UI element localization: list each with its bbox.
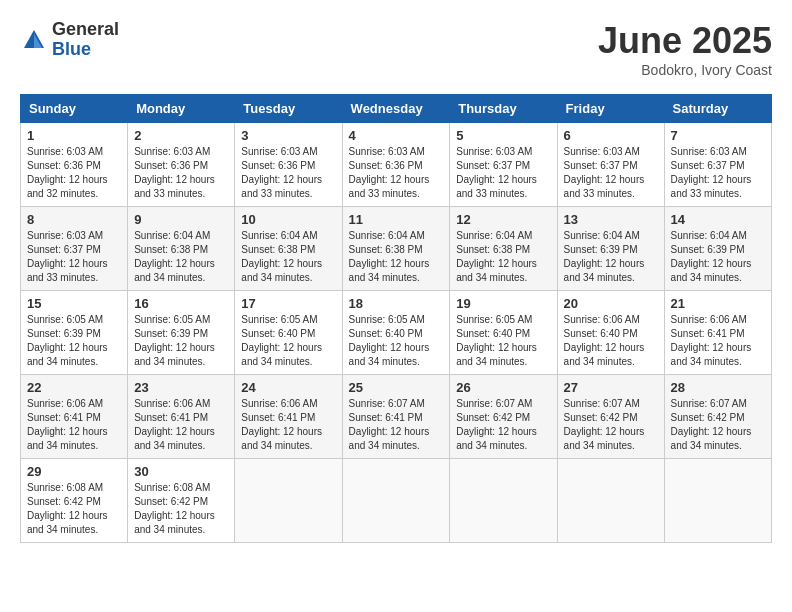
calendar-cell: 4 Sunrise: 6:03 AMSunset: 6:36 PMDayligh… — [342, 123, 450, 207]
calendar-cell: 13 Sunrise: 6:04 AMSunset: 6:39 PMDaylig… — [557, 207, 664, 291]
day-number: 21 — [671, 296, 765, 311]
day-number: 24 — [241, 380, 335, 395]
day-number: 2 — [134, 128, 228, 143]
calendar-cell: 24 Sunrise: 6:06 AMSunset: 6:41 PMDaylig… — [235, 375, 342, 459]
day-number: 27 — [564, 380, 658, 395]
day-info: Sunrise: 6:05 AMSunset: 6:40 PMDaylight:… — [456, 314, 537, 367]
calendar-cell: 7 Sunrise: 6:03 AMSunset: 6:37 PMDayligh… — [664, 123, 771, 207]
weekday-header-row: SundayMondayTuesdayWednesdayThursdayFrid… — [21, 95, 772, 123]
weekday-header: Sunday — [21, 95, 128, 123]
day-number: 10 — [241, 212, 335, 227]
day-number: 18 — [349, 296, 444, 311]
calendar-cell: 14 Sunrise: 6:04 AMSunset: 6:39 PMDaylig… — [664, 207, 771, 291]
weekday-header: Monday — [128, 95, 235, 123]
day-number: 28 — [671, 380, 765, 395]
calendar-cell — [557, 459, 664, 543]
day-info: Sunrise: 6:04 AMSunset: 6:38 PMDaylight:… — [241, 230, 322, 283]
weekday-header: Friday — [557, 95, 664, 123]
day-number: 19 — [456, 296, 550, 311]
calendar-cell: 3 Sunrise: 6:03 AMSunset: 6:36 PMDayligh… — [235, 123, 342, 207]
calendar-cell: 8 Sunrise: 6:03 AMSunset: 6:37 PMDayligh… — [21, 207, 128, 291]
day-number: 6 — [564, 128, 658, 143]
day-number: 5 — [456, 128, 550, 143]
day-number: 9 — [134, 212, 228, 227]
calendar-cell — [342, 459, 450, 543]
weekday-header: Saturday — [664, 95, 771, 123]
day-number: 12 — [456, 212, 550, 227]
day-number: 14 — [671, 212, 765, 227]
calendar-week-row: 22 Sunrise: 6:06 AMSunset: 6:41 PMDaylig… — [21, 375, 772, 459]
calendar-cell: 28 Sunrise: 6:07 AMSunset: 6:42 PMDaylig… — [664, 375, 771, 459]
calendar-cell: 5 Sunrise: 6:03 AMSunset: 6:37 PMDayligh… — [450, 123, 557, 207]
day-info: Sunrise: 6:06 AMSunset: 6:41 PMDaylight:… — [671, 314, 752, 367]
day-number: 17 — [241, 296, 335, 311]
day-info: Sunrise: 6:06 AMSunset: 6:40 PMDaylight:… — [564, 314, 645, 367]
day-number: 20 — [564, 296, 658, 311]
day-info: Sunrise: 6:03 AMSunset: 6:37 PMDaylight:… — [564, 146, 645, 199]
day-info: Sunrise: 6:03 AMSunset: 6:37 PMDaylight:… — [456, 146, 537, 199]
calendar-cell: 20 Sunrise: 6:06 AMSunset: 6:40 PMDaylig… — [557, 291, 664, 375]
calendar-cell: 17 Sunrise: 6:05 AMSunset: 6:40 PMDaylig… — [235, 291, 342, 375]
page-header: General Blue June 2025 Bodokro, Ivory Co… — [20, 20, 772, 78]
calendar-cell: 16 Sunrise: 6:05 AMSunset: 6:39 PMDaylig… — [128, 291, 235, 375]
calendar-cell: 21 Sunrise: 6:06 AMSunset: 6:41 PMDaylig… — [664, 291, 771, 375]
day-info: Sunrise: 6:03 AMSunset: 6:36 PMDaylight:… — [349, 146, 430, 199]
day-info: Sunrise: 6:07 AMSunset: 6:42 PMDaylight:… — [456, 398, 537, 451]
day-info: Sunrise: 6:07 AMSunset: 6:41 PMDaylight:… — [349, 398, 430, 451]
day-number: 7 — [671, 128, 765, 143]
day-number: 15 — [27, 296, 121, 311]
day-info: Sunrise: 6:05 AMSunset: 6:40 PMDaylight:… — [241, 314, 322, 367]
logo-blue: Blue — [52, 39, 91, 59]
calendar-cell: 19 Sunrise: 6:05 AMSunset: 6:40 PMDaylig… — [450, 291, 557, 375]
day-number: 1 — [27, 128, 121, 143]
day-number: 8 — [27, 212, 121, 227]
calendar-cell: 25 Sunrise: 6:07 AMSunset: 6:41 PMDaylig… — [342, 375, 450, 459]
day-info: Sunrise: 6:03 AMSunset: 6:36 PMDaylight:… — [27, 146, 108, 199]
day-number: 3 — [241, 128, 335, 143]
weekday-header: Thursday — [450, 95, 557, 123]
title-area: June 2025 Bodokro, Ivory Coast — [598, 20, 772, 78]
month-title: June 2025 — [598, 20, 772, 62]
day-number: 25 — [349, 380, 444, 395]
day-info: Sunrise: 6:04 AMSunset: 6:39 PMDaylight:… — [671, 230, 752, 283]
day-number: 23 — [134, 380, 228, 395]
calendar-cell: 30 Sunrise: 6:08 AMSunset: 6:42 PMDaylig… — [128, 459, 235, 543]
calendar-week-row: 29 Sunrise: 6:08 AMSunset: 6:42 PMDaylig… — [21, 459, 772, 543]
day-info: Sunrise: 6:03 AMSunset: 6:37 PMDaylight:… — [671, 146, 752, 199]
calendar-cell: 29 Sunrise: 6:08 AMSunset: 6:42 PMDaylig… — [21, 459, 128, 543]
logo-icon — [20, 26, 48, 54]
calendar-week-row: 1 Sunrise: 6:03 AMSunset: 6:36 PMDayligh… — [21, 123, 772, 207]
calendar-cell: 1 Sunrise: 6:03 AMSunset: 6:36 PMDayligh… — [21, 123, 128, 207]
calendar-week-row: 15 Sunrise: 6:05 AMSunset: 6:39 PMDaylig… — [21, 291, 772, 375]
day-info: Sunrise: 6:04 AMSunset: 6:38 PMDaylight:… — [349, 230, 430, 283]
location: Bodokro, Ivory Coast — [598, 62, 772, 78]
calendar-cell: 23 Sunrise: 6:06 AMSunset: 6:41 PMDaylig… — [128, 375, 235, 459]
day-info: Sunrise: 6:03 AMSunset: 6:36 PMDaylight:… — [134, 146, 215, 199]
day-info: Sunrise: 6:07 AMSunset: 6:42 PMDaylight:… — [671, 398, 752, 451]
calendar-cell: 6 Sunrise: 6:03 AMSunset: 6:37 PMDayligh… — [557, 123, 664, 207]
day-number: 16 — [134, 296, 228, 311]
day-info: Sunrise: 6:05 AMSunset: 6:39 PMDaylight:… — [134, 314, 215, 367]
logo: General Blue — [20, 20, 119, 60]
day-info: Sunrise: 6:03 AMSunset: 6:36 PMDaylight:… — [241, 146, 322, 199]
day-number: 4 — [349, 128, 444, 143]
calendar-cell: 18 Sunrise: 6:05 AMSunset: 6:40 PMDaylig… — [342, 291, 450, 375]
day-number: 22 — [27, 380, 121, 395]
day-info: Sunrise: 6:07 AMSunset: 6:42 PMDaylight:… — [564, 398, 645, 451]
day-info: Sunrise: 6:04 AMSunset: 6:38 PMDaylight:… — [134, 230, 215, 283]
calendar-cell — [450, 459, 557, 543]
day-number: 29 — [27, 464, 121, 479]
calendar-week-row: 8 Sunrise: 6:03 AMSunset: 6:37 PMDayligh… — [21, 207, 772, 291]
calendar-cell: 10 Sunrise: 6:04 AMSunset: 6:38 PMDaylig… — [235, 207, 342, 291]
logo-text: General Blue — [52, 20, 119, 60]
day-number: 30 — [134, 464, 228, 479]
calendar-cell: 15 Sunrise: 6:05 AMSunset: 6:39 PMDaylig… — [21, 291, 128, 375]
day-info: Sunrise: 6:05 AMSunset: 6:40 PMDaylight:… — [349, 314, 430, 367]
day-info: Sunrise: 6:03 AMSunset: 6:37 PMDaylight:… — [27, 230, 108, 283]
day-info: Sunrise: 6:06 AMSunset: 6:41 PMDaylight:… — [241, 398, 322, 451]
calendar-cell: 2 Sunrise: 6:03 AMSunset: 6:36 PMDayligh… — [128, 123, 235, 207]
weekday-header: Tuesday — [235, 95, 342, 123]
day-info: Sunrise: 6:04 AMSunset: 6:38 PMDaylight:… — [456, 230, 537, 283]
calendar-cell: 11 Sunrise: 6:04 AMSunset: 6:38 PMDaylig… — [342, 207, 450, 291]
calendar-cell: 9 Sunrise: 6:04 AMSunset: 6:38 PMDayligh… — [128, 207, 235, 291]
